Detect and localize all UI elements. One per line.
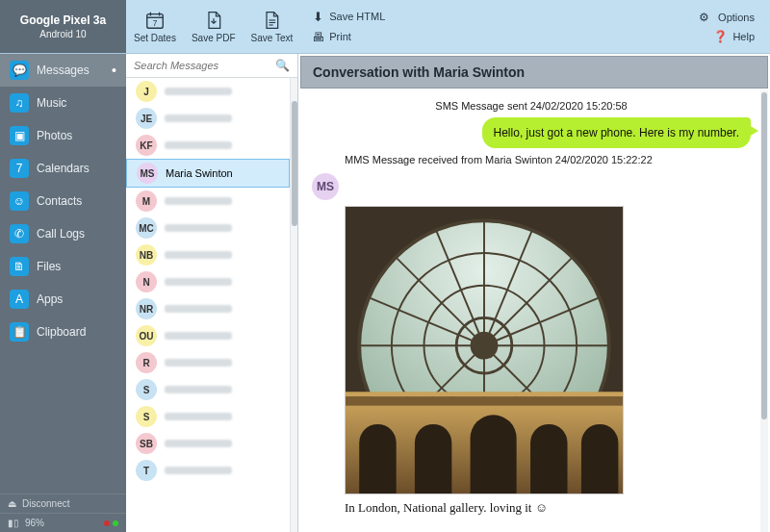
contact-name-redacted xyxy=(165,197,232,205)
sidebar-icon: 📋 xyxy=(10,322,29,342)
contact-row[interactable]: S xyxy=(126,403,290,430)
device-os: Android 10 xyxy=(39,29,86,39)
svg-rect-28 xyxy=(346,396,623,406)
contact-name: Maria Swinton xyxy=(166,167,233,179)
sidebar-item-apps[interactable]: AApps xyxy=(0,283,126,316)
save-html-label: Save HTML xyxy=(329,11,385,22)
contact-row[interactable]: R xyxy=(126,349,290,376)
avatar: SB xyxy=(136,433,157,454)
save-html-button[interactable]: ⬇ Save HTML xyxy=(304,7,391,27)
mms-image xyxy=(345,206,624,494)
contact-row[interactable]: SB xyxy=(126,430,290,457)
options-label: Options xyxy=(718,12,755,23)
save-text-button[interactable]: Save Text xyxy=(244,0,301,53)
sidebar-item-label: Calendars xyxy=(37,162,90,175)
contact-row[interactable]: MSMaria Swinton xyxy=(126,159,290,188)
recv-avatar: MS xyxy=(312,173,339,200)
app-header: Google Pixel 3a Android 10 7 Set Dates S… xyxy=(0,0,770,54)
pdf-icon xyxy=(204,10,223,31)
contact-name-redacted xyxy=(165,467,232,474)
help-label: Help xyxy=(732,31,755,42)
avatar: KF xyxy=(136,135,157,156)
save-pdf-label: Save PDF xyxy=(192,33,236,43)
search-wrap: 🔍 xyxy=(126,54,297,78)
contact-row[interactable]: KF xyxy=(126,132,290,159)
text-file-icon xyxy=(262,10,281,31)
sidebar-bottom: ⏏ Disconnect ▮▯ 96% xyxy=(0,494,126,532)
avatar: NB xyxy=(136,244,157,266)
avatar: NR xyxy=(136,298,157,319)
contact-scrollbar[interactable] xyxy=(290,78,297,532)
avatar: T xyxy=(136,460,157,481)
conversation-scrollbar[interactable] xyxy=(760,90,768,532)
sidebar-icon: ▣ xyxy=(10,126,29,145)
disconnect-label: Disconnect xyxy=(22,498,69,509)
contact-list-panel: 🔍 JJEKFMSMaria SwintonMMCNBNNROURSSSBT xyxy=(126,54,298,532)
avatar: J xyxy=(136,81,157,102)
contact-name-redacted xyxy=(165,278,232,286)
sidebar-icon: 🗎 xyxy=(10,257,29,276)
sidebar-item-clipboard[interactable]: 📋Clipboard xyxy=(0,316,126,348)
avatar: S xyxy=(136,379,157,400)
options-button[interactable]: ⚙ Options xyxy=(695,8,758,27)
contact-name-redacted xyxy=(165,359,232,367)
contact-row[interactable]: M xyxy=(126,188,290,215)
sidebar-item-label: Clipboard xyxy=(37,325,86,339)
sidebar-item-contacts[interactable]: ☺Contacts xyxy=(0,185,126,217)
conversation-body: SMS Message sent 24/02/2020 15:20:58 Hel… xyxy=(298,90,770,532)
contact-row[interactable]: NB xyxy=(126,241,290,268)
avatar: JE xyxy=(136,108,157,129)
dome-illustration xyxy=(346,207,623,494)
contact-row[interactable]: JE xyxy=(126,105,290,132)
avatar: OU xyxy=(136,325,157,346)
sidebar-item-messages[interactable]: 💬Messages• xyxy=(0,54,126,87)
contact-row[interactable]: OU xyxy=(126,322,290,349)
help-icon: ❓ xyxy=(713,30,729,43)
contact-name-redacted xyxy=(165,251,232,259)
battery-status: ▮▯ 96% xyxy=(0,514,126,532)
avatar: MS xyxy=(137,163,158,184)
device-info: Google Pixel 3a Android 10 xyxy=(0,0,126,53)
device-name: Google Pixel 3a xyxy=(20,13,106,27)
recv-row: MS xyxy=(312,173,751,200)
printer-icon: 🖶 xyxy=(310,30,325,44)
contact-name-redacted xyxy=(165,224,232,232)
sidebar-icon: 💬 xyxy=(10,61,29,80)
sidebar-item-photos[interactable]: ▣Photos xyxy=(0,119,126,152)
calendar-icon: 7 xyxy=(144,10,166,31)
mms-caption: In London, National gallery. loving it ☺ xyxy=(345,500,751,516)
battery-icon: ▮▯ xyxy=(8,518,19,528)
contact-row[interactable]: T xyxy=(126,457,290,484)
contact-name-redacted xyxy=(165,305,232,313)
svg-text:7: 7 xyxy=(153,19,158,28)
sidebar-item-files[interactable]: 🗎Files xyxy=(0,250,126,283)
toolbar: 7 Set Dates Save PDF Save Text xyxy=(126,0,300,53)
search-input[interactable] xyxy=(126,54,297,77)
sidebar-item-calendars[interactable]: 7Calendars xyxy=(0,152,126,185)
svg-rect-29 xyxy=(346,392,623,396)
disconnect-button[interactable]: ⏏ Disconnect xyxy=(0,494,126,514)
contact-row[interactable]: J xyxy=(126,78,290,105)
conversation-title: Conversation with Maria Swinton xyxy=(300,56,768,89)
contact-row[interactable]: S xyxy=(126,376,290,403)
avatar: M xyxy=(136,190,157,212)
unplug-icon: ⏏ xyxy=(8,498,16,509)
contact-row[interactable]: MC xyxy=(126,215,290,241)
print-button[interactable]: 🖶 Print xyxy=(304,27,391,47)
sidebar-item-music[interactable]: ♫Music xyxy=(0,87,126,119)
avatar: R xyxy=(136,352,157,373)
sidebar-item-call-logs[interactable]: ✆Call Logs xyxy=(0,217,126,250)
help-button[interactable]: ❓ Help xyxy=(695,27,758,46)
sidebar-item-label: Call Logs xyxy=(37,227,85,241)
header-right: ⚙ Options ❓ Help xyxy=(695,0,770,53)
contact-name-redacted xyxy=(165,386,232,393)
save-pdf-button[interactable]: Save PDF xyxy=(184,0,244,53)
battery-label: 96% xyxy=(25,518,44,528)
contact-row[interactable]: N xyxy=(126,268,290,295)
sidebar-item-label: Apps xyxy=(37,292,63,306)
contact-name-redacted xyxy=(165,413,232,420)
contact-row[interactable]: NR xyxy=(126,295,290,322)
sidebar-item-label: Messages xyxy=(37,63,90,77)
conversation-panel: Conversation with Maria Swinton SMS Mess… xyxy=(298,54,770,532)
set-dates-button[interactable]: 7 Set Dates xyxy=(126,0,184,53)
